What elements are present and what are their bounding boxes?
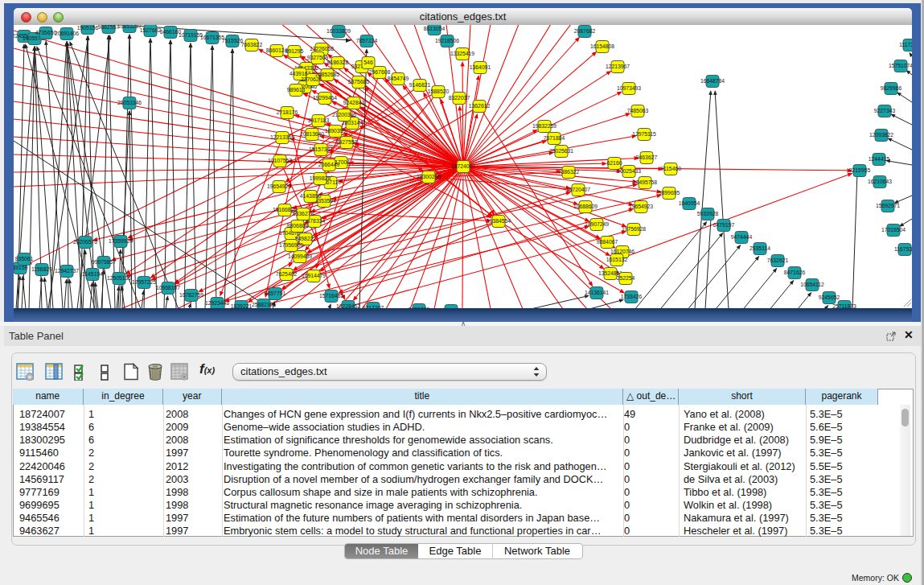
svg-text:21200396: 21200396 <box>332 112 356 117</box>
svg-text:1362612: 1362612 <box>469 103 491 109</box>
svg-text:16210643: 16210643 <box>868 179 892 184</box>
svg-text:8454749: 8454749 <box>388 76 409 81</box>
svg-text:17956909: 17956909 <box>279 242 303 248</box>
svg-text:1167533: 1167533 <box>894 246 912 252</box>
svg-text:7485063: 7485063 <box>627 108 649 113</box>
svg-text:10719155: 10719155 <box>179 32 203 38</box>
svg-text:10654112: 10654112 <box>800 282 824 287</box>
svg-text:19756928: 19756928 <box>622 226 646 232</box>
svg-text:891295: 891295 <box>285 48 304 54</box>
svg-text:8806804: 8806804 <box>287 223 309 229</box>
svg-text:5933928: 5933928 <box>697 211 719 216</box>
svg-text:10973493: 10973493 <box>617 85 641 91</box>
svg-text:7386322: 7386322 <box>558 169 580 175</box>
svg-text:12213967: 12213967 <box>606 64 630 69</box>
svg-text:1890399: 1890399 <box>325 128 347 134</box>
svg-text:17359924: 17359924 <box>109 238 133 244</box>
svg-text:16914479: 16914479 <box>302 273 326 278</box>
svg-text:17957225: 17957225 <box>132 279 156 285</box>
svg-text:8489709: 8489709 <box>409 307 430 307</box>
svg-text:9884067: 9884067 <box>597 239 618 245</box>
svg-text:20691406: 20691406 <box>55 31 79 36</box>
svg-text:12505135: 12505135 <box>107 275 131 281</box>
svg-text:8813054: 8813054 <box>424 26 446 31</box>
svg-text:5498222: 5498222 <box>295 236 317 241</box>
svg-text:2087682: 2087682 <box>574 28 596 34</box>
svg-text:9327509: 9327509 <box>307 55 329 60</box>
svg-text:15751074: 15751074 <box>889 63 912 68</box>
svg-text:16033809: 16033809 <box>326 28 351 34</box>
svg-text:12923448: 12923448 <box>205 300 229 306</box>
svg-text:25025631: 25025631 <box>549 148 573 154</box>
svg-text:9474444: 9474444 <box>731 234 753 240</box>
svg-text:7857224: 7857224 <box>356 38 378 43</box>
svg-text:7671884: 7671884 <box>544 135 565 141</box>
svg-text:19654923: 19654923 <box>629 204 653 209</box>
svg-text:9899695: 9899695 <box>659 190 680 196</box>
svg-text:4143890: 4143890 <box>300 193 322 199</box>
svg-text:9829966: 9829966 <box>881 85 902 91</box>
svg-text:20813640: 20813640 <box>300 131 324 137</box>
svg-text:19384554: 19384554 <box>487 218 511 224</box>
svg-text:14136141: 14136141 <box>585 290 609 295</box>
svg-text:5875685: 5875685 <box>348 79 370 84</box>
svg-text:1839221: 1839221 <box>231 303 253 307</box>
svg-text:10107553: 10107553 <box>268 158 292 163</box>
svg-text:9227343: 9227343 <box>874 108 896 113</box>
svg-text:252254: 252254 <box>617 275 635 281</box>
svg-text:9463627: 9463627 <box>636 154 658 160</box>
svg-text:20206576: 20206576 <box>73 239 97 245</box>
svg-text:1588520: 1588520 <box>428 89 450 94</box>
svg-text:16782759: 16782759 <box>179 292 203 298</box>
svg-text:989613: 989613 <box>287 87 306 93</box>
svg-text:7632621: 7632621 <box>767 257 789 263</box>
svg-text:1364091: 1364091 <box>470 64 491 70</box>
svg-text:15692971: 15692971 <box>876 203 900 208</box>
svg-text:1145194: 1145194 <box>82 271 103 277</box>
svg-text:15157347: 15157347 <box>309 146 333 152</box>
svg-text:18300295: 18300295 <box>417 174 441 179</box>
svg-text:16648784: 16648784 <box>700 78 725 84</box>
svg-text:9862557: 9862557 <box>98 25 120 30</box>
svg-text:9217207: 9217207 <box>363 305 384 307</box>
svg-text:16154808: 16154808 <box>590 43 614 49</box>
svg-text:13226058: 13226058 <box>310 46 334 51</box>
svg-text:9245652: 9245652 <box>819 295 840 300</box>
svg-text:8186328: 8186328 <box>327 60 349 65</box>
svg-text:7515526: 7515526 <box>222 38 244 43</box>
svg-text:25882305: 25882305 <box>252 302 276 307</box>
svg-text:10853287: 10853287 <box>117 25 142 29</box>
svg-text:18495758: 18495758 <box>633 179 657 185</box>
svg-text:10688609: 10688609 <box>573 204 598 209</box>
svg-text:13325419: 13325419 <box>450 51 474 56</box>
svg-text:12942737: 12942737 <box>55 268 79 274</box>
svg-text:14099489: 14099489 <box>288 253 312 259</box>
svg-text:1615132: 1615132 <box>606 257 628 262</box>
svg-text:12093822: 12093822 <box>869 132 893 138</box>
svg-text:25711873: 25711873 <box>832 303 856 307</box>
svg-text:18907249: 18907249 <box>585 221 609 227</box>
svg-text:7625402: 7625402 <box>276 271 298 277</box>
svg-text:9115460: 9115460 <box>660 166 681 171</box>
svg-text:1527602: 1527602 <box>140 27 162 33</box>
svg-text:8660124: 8660124 <box>266 47 288 53</box>
svg-text:2935114: 2935114 <box>749 245 770 251</box>
svg-text:9146821: 9146821 <box>409 82 431 88</box>
svg-text:12975115: 12975115 <box>632 131 656 137</box>
svg-text:1640954: 1640954 <box>679 200 700 206</box>
svg-text:8215955: 8215955 <box>849 167 871 173</box>
svg-text:10958107: 10958107 <box>156 285 180 290</box>
svg-text:18724007: 18724007 <box>451 163 475 169</box>
svg-text:12213369: 12213369 <box>270 134 294 140</box>
svg-text:19218506: 19218506 <box>435 38 459 43</box>
svg-text:2967608: 2967608 <box>369 69 391 75</box>
svg-text:10228452: 10228452 <box>336 303 360 307</box>
svg-text:1905156: 1905156 <box>77 25 99 31</box>
svg-text:4735650: 4735650 <box>35 30 57 35</box>
svg-text:62160: 62160 <box>607 160 622 166</box>
svg-text:8471626: 8471626 <box>784 270 806 275</box>
svg-text:10025433: 10025433 <box>617 168 641 174</box>
svg-text:19299464: 19299464 <box>313 95 337 101</box>
svg-text:2718176: 2718176 <box>277 109 298 115</box>
svg-text:3917183: 3917183 <box>308 117 330 123</box>
